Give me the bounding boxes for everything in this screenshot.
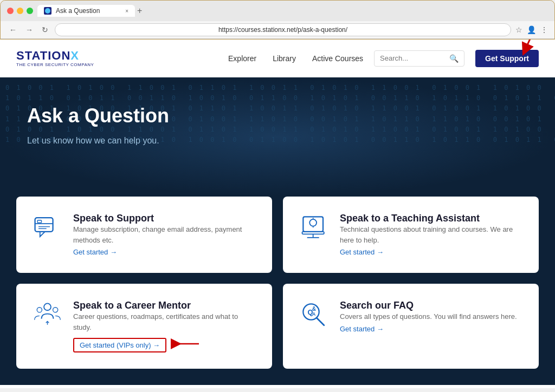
card-faq-title: Search our FAQ: [340, 300, 517, 311]
toolbar-icons: ☆ 👤 ⋮: [515, 25, 548, 34]
logo[interactable]: STATIONX THE CYBER SECURITY COMPANY: [16, 50, 94, 67]
get-support-wrapper: Get Support: [475, 50, 539, 67]
card-support-content: Speak to Support Manage subscription, ch…: [73, 213, 256, 257]
card-support-link[interactable]: Get started →: [73, 248, 117, 256]
support-icon: [33, 213, 62, 243]
active-tab[interactable]: Ask a Question ×: [37, 5, 135, 17]
search-button[interactable]: 🔍: [449, 54, 459, 63]
svg-point-17: [53, 308, 58, 312]
page-content: STATIONX THE CYBER SECURITY COMPANY Expl…: [0, 40, 555, 388]
faq-icon: Q & A: [299, 300, 329, 330]
url-input[interactable]: [55, 23, 511, 36]
tab-title: Ask a Question: [56, 7, 100, 15]
menu-icon[interactable]: ⋮: [540, 25, 548, 34]
card-faq-content: Search our FAQ Covers all types of quest…: [340, 300, 517, 334]
svg-rect-3: [35, 218, 53, 232]
svg-point-9: [309, 219, 317, 226]
nav-links: Explorer Library Active Courses: [228, 54, 363, 63]
nav-explorer[interactable]: Explorer: [228, 54, 256, 63]
logo-station-text: STATION: [16, 50, 70, 62]
card-mentor-desc: Career questions, roadmaps, certificates…: [73, 311, 256, 332]
card-mentor: Speak to a Career Mentor Career question…: [16, 284, 272, 369]
minimize-window-button[interactable]: [17, 8, 23, 14]
svg-rect-12: [302, 232, 324, 234]
bookmark-icon[interactable]: ☆: [515, 25, 522, 34]
card-teaching-link[interactable]: Get started →: [340, 248, 384, 256]
close-window-button[interactable]: [7, 8, 14, 14]
back-button[interactable]: ←: [7, 24, 19, 35]
card-teaching-row: Speak to a Teaching Assistant Technical …: [299, 213, 522, 257]
logo-tagline: THE CYBER SECURITY COMPANY: [16, 62, 94, 67]
svg-point-15: [44, 303, 51, 310]
mentor-icon: [33, 300, 62, 330]
tab-favicon: [44, 7, 51, 15]
hero-content: Ask a Question Let us know how we can he…: [27, 104, 528, 146]
card-mentor-vip-link[interactable]: Get started (VIPs only) →: [73, 338, 166, 352]
card-support-desc: Manage subscription, change email addres…: [73, 224, 256, 245]
hero-title: Ask a Question: [27, 104, 528, 127]
navbar: STATIONX THE CYBER SECURITY COMPANY Expl…: [0, 40, 555, 77]
card-support: Speak to Support Manage subscription, ch…: [16, 197, 272, 273]
address-bar: ← → ↻ ☆ 👤 ⋮: [1, 21, 554, 39]
card-support-row: Speak to Support Manage subscription, ch…: [33, 213, 256, 257]
logo-x-text: X: [70, 50, 79, 62]
card-teaching-content: Speak to a Teaching Assistant Technical …: [340, 213, 522, 257]
forward-button[interactable]: →: [23, 24, 35, 35]
svg-line-2: [525, 40, 536, 50]
vip-arrow: [171, 336, 201, 352]
card-support-title: Speak to Support: [73, 213, 256, 224]
card-teaching: Speak to a Teaching Assistant Technical …: [283, 197, 539, 273]
svg-point-16: [37, 308, 42, 312]
svg-line-25: [317, 318, 324, 325]
get-support-button[interactable]: Get Support: [475, 50, 539, 67]
card-teaching-desc: Technical questions about training and c…: [340, 224, 522, 245]
profile-icon[interactable]: 👤: [527, 25, 536, 34]
hero-subtitle: Let us know how we can help you.: [27, 136, 528, 146]
search-input[interactable]: [380, 54, 445, 62]
svg-rect-5: [37, 220, 41, 223]
card-faq-desc: Covers all types of questions. You will …: [340, 311, 517, 322]
search-box: 🔍: [374, 50, 464, 67]
close-tab-button[interactable]: ×: [125, 8, 128, 14]
refresh-button[interactable]: ↻: [40, 24, 50, 35]
svg-text:A: A: [312, 311, 316, 317]
card-mentor-content: Speak to a Career Mentor Career question…: [73, 300, 256, 352]
hero-section: 0 1 0 0 1 1 0 1 0 0 1 1 0 0 1 0 1 1 0 1 …: [0, 77, 555, 197]
card-teaching-title: Speak to a Teaching Assistant: [340, 213, 522, 224]
nav-active-courses[interactable]: Active Courses: [312, 54, 363, 63]
nav-library[interactable]: Library: [273, 54, 296, 63]
svg-point-0: [45, 8, 50, 14]
teaching-icon: [299, 213, 329, 243]
card-faq-row: Q & A Search our FAQ Covers all types of…: [299, 300, 522, 334]
card-mentor-row: Speak to a Career Mentor Career question…: [33, 300, 256, 352]
new-tab-button[interactable]: +: [137, 6, 142, 16]
maximize-window-button[interactable]: [27, 8, 33, 14]
card-mentor-title: Speak to a Career Mentor: [73, 300, 256, 311]
vip-link-row: Get started (VIPs only) →: [73, 335, 256, 352]
window-controls: [7, 8, 33, 14]
card-faq-link[interactable]: Get started →: [340, 325, 384, 333]
cards-section: Speak to Support Manage subscription, ch…: [0, 197, 555, 385]
card-faq: Q & A Search our FAQ Covers all types of…: [283, 284, 539, 369]
tab-bar: Ask a Question × +: [37, 5, 548, 17]
